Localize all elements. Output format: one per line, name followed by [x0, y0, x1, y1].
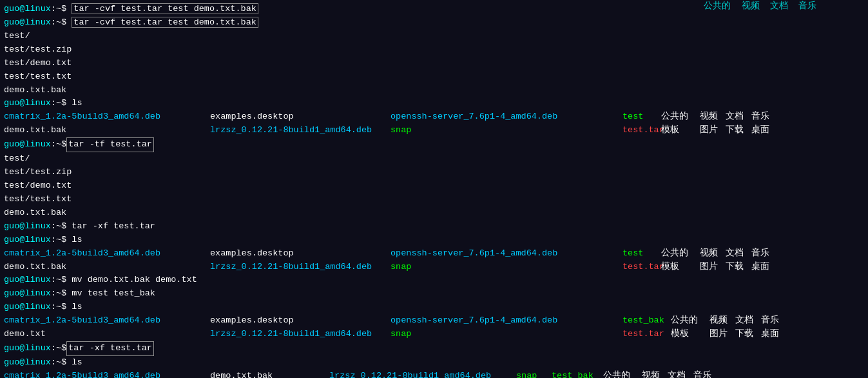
terminal-line: test/demo.txt — [4, 57, 864, 70]
ls-row-2: demo.txt.bak lrzsz_0.12.21-8build1_amd64… — [4, 124, 864, 137]
prompt-user: guo@linux — [4, 301, 51, 314]
ls-row-7: cmatrix_1.2a-5build3_amd64.deb demo.txt.… — [4, 370, 864, 378]
terminal-line: demo.txt.bak — [4, 206, 864, 220]
prompt-user: guo@linux — [4, 220, 51, 234]
prompt-user: guo@linux — [4, 342, 51, 355]
terminal-line: test/test.zip — [4, 166, 864, 179]
terminal-line: test/test.zip — [4, 43, 864, 57]
terminal-line: test/demo.txt — [4, 179, 864, 193]
terminal-line: guo@linux:~$ tar -cvf test.tar test demo… — [4, 3, 864, 16]
terminal: guo@linux:~$ tar -cvf test.tar test demo… — [0, 0, 868, 378]
ls-row-3: cmatrix_1.2a-5build3_amd64.deb examples.… — [4, 247, 864, 261]
terminal-line: demo.txt.bak — [4, 84, 864, 97]
ls-row-4: demo.txt.bak lrzsz_0.12.21-8build1_amd64… — [4, 261, 864, 274]
terminal-line: guo@linux:~$ tar -cvf test.tar test demo… — [4, 16, 258, 30]
terminal-line: test/ — [4, 30, 864, 43]
ls-row-5: cmatrix_1.2a-5build3_amd64.deb examples.… — [4, 314, 864, 328]
ls-row-1: cmatrix_1.2a-5build3_amd64.deb examples.… — [4, 110, 864, 124]
terminal-line: test/test.txt — [4, 70, 864, 84]
prompt-user: guo@linux — [4, 138, 51, 152]
prompt-user: guo@linux — [4, 274, 51, 287]
prompt-user: guo@linux — [4, 356, 51, 370]
terminal-line: test/ — [4, 152, 864, 166]
prompt-user: guo@linux — [4, 287, 51, 301]
prompt-user: guo@linux — [4, 234, 51, 247]
prompt-user: guo@linux — [4, 97, 51, 110]
ls-row-6: demo.txt lrzsz_0.12.21-8build1_amd64.deb… — [4, 328, 864, 341]
terminal-line: test/test.txt — [4, 193, 864, 206]
